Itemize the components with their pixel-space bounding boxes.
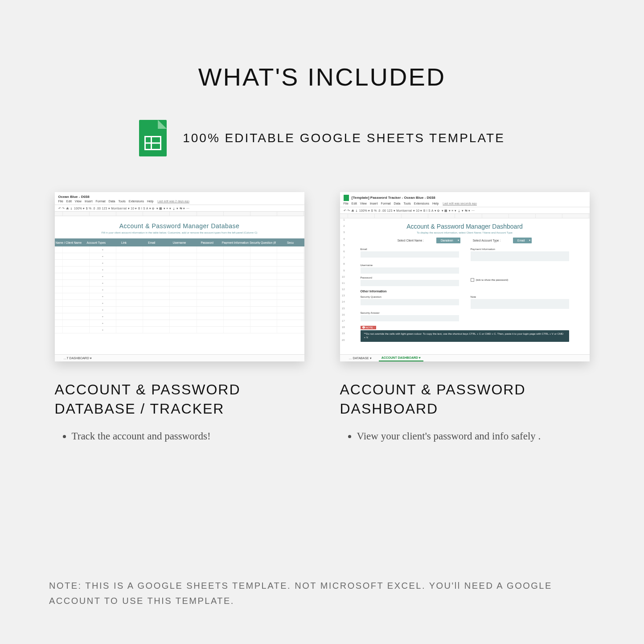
table-header-row: Name / Client Name Account Types Link Em… (55, 238, 304, 246)
show-password-checkbox[interactable] (471, 278, 474, 282)
payment-field[interactable] (471, 251, 569, 261)
last-edit-note: Last edit was seconds ago (443, 202, 477, 205)
database-subtitle: Fill in your client account information … (55, 231, 304, 238)
bullet: Track the account and passwords! (72, 428, 304, 444)
tab-account-dashboard[interactable]: ACCOUNT DASHBOARD ▾ (379, 355, 423, 361)
google-sheets-icon (344, 195, 349, 201)
column-letter-row (340, 214, 590, 218)
select-client-label: Select Client Name : (398, 239, 424, 242)
security-question-field[interactable] (361, 299, 459, 305)
username-label: Username (361, 264, 459, 267)
last-edit-note: Last edit was 2 days ago (157, 200, 189, 203)
username-field[interactable] (361, 267, 459, 274)
subtitle-text: 100% EDITABLE GOOGLE SHEETS TEMPLATE (183, 131, 505, 145)
password-field[interactable] (361, 280, 459, 286)
dashboard-title: Account & Password Manager Dashboard (340, 218, 590, 231)
doc-title: Ocean Blue - D038 (55, 192, 304, 199)
show-password-label: (tick to show the password) (476, 279, 509, 281)
table-rows[interactable]: + + + + + + + + + + + + + (55, 246, 304, 333)
other-info-heading: Other Information (361, 290, 569, 293)
toolbar[interactable]: ↶ ↷ 🖶 ⤓ 100% ▾ $ % .0 .00 123 ▾ Montserr… (55, 205, 304, 212)
note-instructions: **Do not override the cells with light g… (361, 330, 569, 342)
tab-dashboard[interactable]: …T DASHBOARD ▾ (61, 356, 94, 361)
subtitle-row: 100% EDITABLE GOOGLE SHEETS TEMPLATE (0, 120, 644, 156)
security-question-label: Security Question (361, 295, 459, 298)
right-column: [Template] Password Tracker - Ocean Blue… (340, 192, 590, 444)
select-type-dropdown[interactable]: Email (513, 238, 532, 243)
sheet-tabs[interactable]: …T DASHBOARD ▾ (55, 354, 304, 361)
select-type-label: Select Account Type : (473, 239, 500, 242)
dashboard-subtitle: To display the account information, sele… (340, 231, 590, 238)
tab-database[interactable]: … DATABASE ▾ (346, 356, 374, 361)
doc-title: [Template] Password Tracker - Ocean Blue… (340, 192, 590, 201)
column-letter-row (55, 212, 304, 216)
email-label: Email (361, 248, 459, 250)
left-column: Ocean Blue - D038 FileEditViewInsertForm… (55, 192, 304, 444)
footer-note: NOTE: THIS IS A GOOGLE SHEETS TEMPLATE. … (49, 578, 595, 608)
menu-bar[interactable]: FileEditViewInsertFormatDataToolsExtensi… (55, 199, 304, 205)
right-caption-title: ACCOUNT & PASSWORD DASHBOARD (340, 380, 590, 418)
security-answer-field[interactable] (361, 315, 459, 321)
note-label: Note (471, 295, 569, 298)
bullet: View your client's password and info saf… (357, 428, 590, 444)
payment-label: Payment Information (471, 248, 569, 250)
google-sheets-icon (139, 120, 167, 156)
database-screenshot: Ocean Blue - D038 FileEditViewInsertForm… (55, 192, 304, 361)
security-answer-label: Security Answer (361, 312, 459, 314)
left-caption-bullets: Track the account and passwords! (55, 428, 304, 444)
right-caption-bullets: View your client's password and info saf… (340, 428, 590, 444)
note-flag: 🅘 NOTE : (361, 326, 377, 329)
sheet-tabs[interactable]: … DATABASE ▾ ACCOUNT DASHBOARD ▾ (340, 354, 590, 361)
password-label: Password (361, 276, 459, 279)
email-field[interactable] (361, 251, 459, 258)
left-caption-title: ACCOUNT & PASSWORD DATABASE / TRACKER (55, 380, 304, 418)
toolbar[interactable]: ↶ ↷ 🖶 ⤓ 100% ▾ $ % .0 .00 123 ▾ Montserr… (340, 207, 590, 214)
dashboard-screenshot: [Template] Password Tracker - Ocean Blue… (340, 192, 590, 361)
menu-bar[interactable]: FileEditViewInsertFormatDataToolsExtensi… (340, 201, 590, 207)
page-title: WHAT'S INCLUDED (0, 0, 644, 91)
note-field[interactable] (471, 299, 569, 309)
database-title: Account & Password Manager Database (55, 216, 304, 231)
select-client-dropdown[interactable]: Danaleen (436, 238, 460, 243)
